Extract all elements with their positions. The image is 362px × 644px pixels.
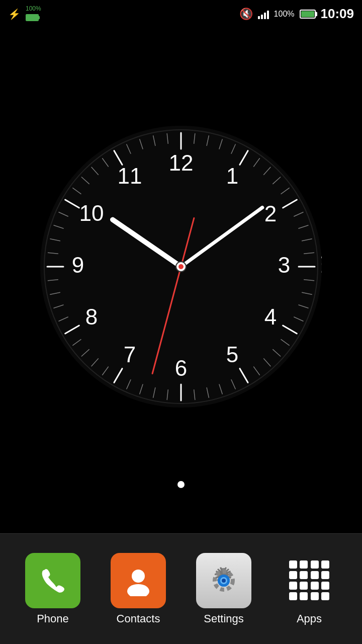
svg-text:9: 9 bbox=[72, 253, 84, 277]
apps-grid bbox=[289, 560, 329, 601]
settings-app-icon bbox=[196, 553, 251, 608]
apps-app-icon bbox=[282, 553, 337, 608]
clock-svg: 12 1 2 3 3 4 5 6 7 8 9 10 11 bbox=[40, 126, 322, 408]
battery-icon bbox=[300, 10, 316, 19]
dock: Phone Contacts bbox=[0, 533, 362, 644]
svg-text:11: 11 bbox=[118, 164, 142, 188]
apps-label: Apps bbox=[297, 612, 322, 625]
dock-item-phone[interactable]: Phone bbox=[15, 553, 90, 625]
svg-point-149 bbox=[132, 570, 145, 583]
contacts-label: Contacts bbox=[117, 612, 160, 625]
svg-text:10: 10 bbox=[79, 201, 104, 225]
signal-bars-icon bbox=[258, 9, 269, 19]
svg-point-157 bbox=[222, 579, 226, 583]
status-right: 🔇 100% 10:09 bbox=[239, 6, 354, 22]
phone-app-icon bbox=[25, 553, 80, 608]
svg-text:8: 8 bbox=[85, 304, 98, 329]
dock-item-contacts[interactable]: Contacts bbox=[101, 553, 176, 625]
svg-text:1: 1 bbox=[226, 164, 238, 188]
svg-text:6: 6 bbox=[175, 356, 187, 380]
battery-small bbox=[26, 14, 39, 21]
svg-text:5: 5 bbox=[226, 342, 238, 367]
dock-item-settings[interactable]: Settings bbox=[186, 553, 261, 625]
svg-text:12: 12 bbox=[169, 150, 194, 175]
svg-text:7: 7 bbox=[124, 342, 136, 367]
page-indicator bbox=[0, 481, 362, 488]
center-dot-red bbox=[178, 264, 184, 269]
svg-text:2: 2 bbox=[264, 201, 277, 226]
page-dot-active bbox=[177, 481, 185, 488]
phone-label: Phone bbox=[37, 612, 69, 625]
settings-label: Settings bbox=[204, 612, 244, 625]
usb-icon: ⚡ bbox=[8, 8, 21, 20]
analog-clock: 12 1 2 3 3 4 5 6 7 8 9 10 11 bbox=[40, 126, 322, 408]
svg-point-150 bbox=[127, 584, 149, 596]
mute-icon: 🔇 bbox=[239, 8, 253, 21]
status-bar: ⚡ 100% 🔇 100% 10:09 bbox=[0, 0, 362, 28]
battery-label-left: 100% bbox=[26, 5, 39, 12]
svg-text:3: 3 bbox=[278, 253, 290, 277]
clock-time: 10:09 bbox=[321, 6, 354, 22]
svg-text:4: 4 bbox=[264, 304, 277, 329]
dock-item-apps[interactable]: Apps bbox=[272, 553, 347, 625]
status-left: ⚡ 100% bbox=[8, 7, 39, 21]
contacts-app-icon bbox=[111, 553, 166, 608]
clock-widget: 12 1 2 3 3 4 5 6 7 8 9 10 11 bbox=[0, 28, 362, 506]
battery-percent-label: 100% bbox=[274, 10, 295, 19]
